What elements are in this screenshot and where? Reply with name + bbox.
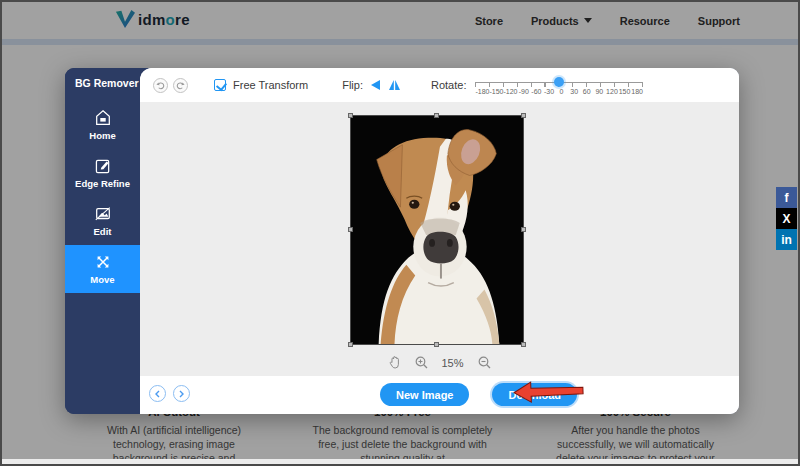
chevron-right-icon — [178, 390, 185, 398]
zoom-out-icon[interactable] — [478, 356, 491, 369]
page-bottom-edge — [2, 459, 798, 464]
x-share-button[interactable]: X — [776, 208, 797, 229]
rotate-label: Rotate: — [431, 79, 466, 91]
pager — [149, 385, 190, 402]
editor-canvas: 15% — [140, 102, 739, 376]
flip-vertical-icon[interactable] — [388, 79, 401, 91]
red-arrow-annotation — [513, 379, 586, 404]
resize-handle-e[interactable] — [521, 227, 526, 232]
zoom-in-icon[interactable] — [414, 356, 427, 369]
pan-hand-icon[interactable] — [388, 356, 400, 369]
linkedin-share-button[interactable]: in — [776, 229, 797, 250]
bg-remover-modal: BG Remover Home Edge Refine — [65, 68, 739, 414]
resize-handle-s[interactable] — [434, 342, 439, 347]
flip-label: Flip: — [342, 79, 363, 91]
dog-image — [351, 116, 523, 344]
new-image-button[interactable]: New Image — [380, 383, 469, 406]
edit-pencil-icon — [94, 157, 112, 175]
resize-handle-nw[interactable] — [348, 113, 353, 118]
resize-handle-n[interactable] — [434, 113, 439, 118]
rotate-tick-labels: -180-150-120-90-60-300306090120150180 — [475, 88, 643, 95]
zoom-controls: 15% — [388, 356, 490, 369]
sidebar-item-home[interactable]: Home — [65, 101, 140, 149]
toolbar: Free Transform Flip: Rotate: — [140, 68, 739, 102]
next-image-button[interactable] — [173, 385, 190, 402]
resize-handle-sw[interactable] — [348, 342, 353, 347]
redo-button[interactable] — [173, 78, 188, 93]
previous-image-button[interactable] — [149, 385, 166, 402]
resize-handle-w[interactable] — [348, 227, 353, 232]
sidebar-item-edge-refine[interactable]: Edge Refine — [65, 149, 140, 197]
flip-horizontal-icon[interactable] — [369, 79, 382, 91]
rotate-slider[interactable]: -180-150-120-90-60-300306090120150180 — [475, 82, 643, 95]
free-transform-checkbox[interactable] — [214, 79, 226, 91]
zoom-level: 15% — [441, 357, 463, 369]
redo-icon — [176, 81, 185, 90]
social-share-rail: f X in — [776, 187, 797, 250]
undo-icon — [156, 81, 165, 90]
free-transform-label: Free Transform — [233, 79, 308, 91]
chevron-left-icon — [154, 390, 161, 398]
rotate-slider-handle[interactable] — [554, 77, 564, 87]
flip-icons — [369, 79, 401, 91]
sidebar-item-move[interactable]: Move — [65, 245, 140, 293]
resize-handle-ne[interactable] — [521, 113, 526, 118]
home-icon — [94, 109, 112, 127]
screen: idmore Store Products Resource Support A… — [0, 0, 800, 466]
move-arrows-icon — [94, 253, 112, 271]
modal-footer: New Image Download — [140, 376, 739, 414]
undo-button[interactable] — [153, 78, 168, 93]
sidebar-items: Home Edge Refine Edit — [65, 101, 140, 293]
modal-body: Free Transform Flip: Rotate: — [140, 68, 739, 414]
crop-photo-icon — [94, 205, 112, 223]
facebook-share-button[interactable]: f — [776, 187, 797, 208]
resize-handle-se[interactable] — [521, 342, 526, 347]
sidebar-item-edit[interactable]: Edit — [65, 197, 140, 245]
image-selection[interactable] — [350, 115, 524, 345]
sidebar: BG Remover Home Edge Refine — [65, 68, 140, 414]
sidebar-title: BG Remover — [65, 68, 140, 89]
